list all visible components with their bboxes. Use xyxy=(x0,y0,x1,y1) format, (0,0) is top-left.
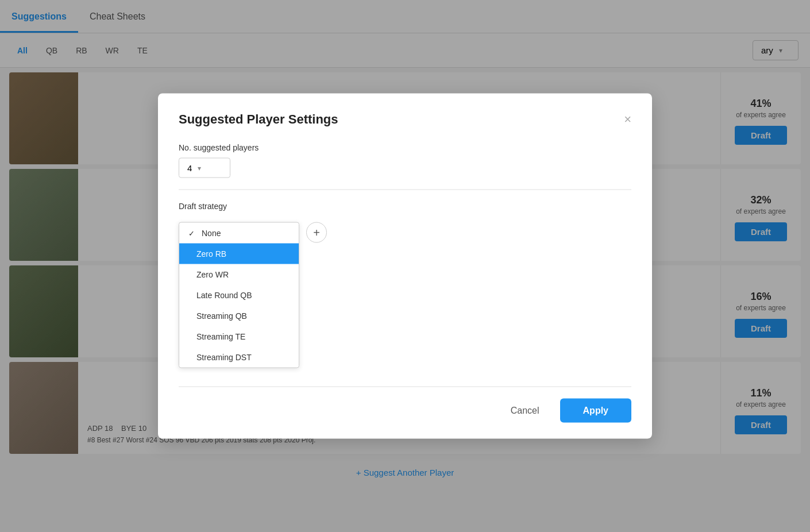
settings-modal: Suggested Player Settings × No. suggeste… xyxy=(158,94,652,439)
strategy-option-none[interactable]: None xyxy=(179,223,299,244)
strategy-option-zero-wr[interactable]: Zero WR xyxy=(179,264,299,285)
strategy-option-zero-rb[interactable]: Zero RB xyxy=(179,244,299,264)
add-strategy-button[interactable]: + xyxy=(306,222,327,243)
num-players-label: No. suggested players xyxy=(179,143,631,152)
num-players-value: 4 xyxy=(187,163,192,173)
strategy-option-streaming-dst[interactable]: Streaming DST xyxy=(179,347,299,368)
chevron-down-icon: ▾ xyxy=(198,164,201,172)
num-players-section: No. suggested players 4 ▾ xyxy=(179,143,631,178)
modal-header: Suggested Player Settings × xyxy=(179,112,631,127)
modal-footer: Cancel Apply xyxy=(179,387,631,423)
strategy-dropdown: None Zero RB Zero WR Late Round QB Strea… xyxy=(179,222,299,368)
strategy-option-late-round-qb[interactable]: Late Round QB xyxy=(179,285,299,306)
divider xyxy=(179,190,631,190)
num-players-select[interactable]: 4 ▾ xyxy=(179,158,230,178)
strategy-option-streaming-qb[interactable]: Streaming QB xyxy=(179,306,299,326)
draft-strategy-label: Draft strategy xyxy=(179,202,631,211)
draft-strategy-row: None Zero RB Zero WR Late Round QB Strea… xyxy=(179,222,631,368)
modal-title: Suggested Player Settings xyxy=(179,112,338,127)
strategy-dropdown-container: None Zero RB Zero WR Late Round QB Strea… xyxy=(179,222,299,368)
cancel-button[interactable]: Cancel xyxy=(499,399,551,423)
apply-button[interactable]: Apply xyxy=(560,399,631,423)
strategy-option-streaming-te[interactable]: Streaming TE xyxy=(179,326,299,347)
modal-close-button[interactable]: × xyxy=(624,113,631,126)
